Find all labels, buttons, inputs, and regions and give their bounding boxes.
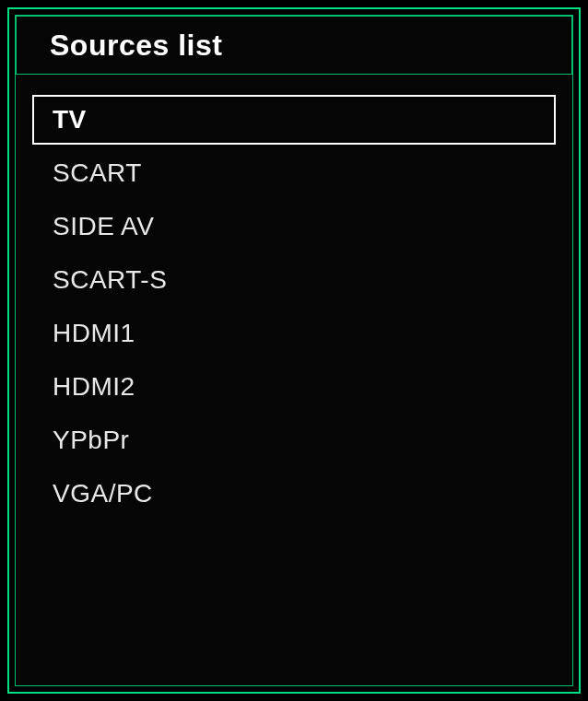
title-bar: Sources list bbox=[16, 16, 572, 75]
source-label: HDMI2 bbox=[53, 372, 135, 402]
source-label: SIDE AV bbox=[53, 212, 154, 241]
source-label: SCART-S bbox=[53, 265, 167, 295]
source-label: HDMI1 bbox=[53, 319, 135, 348]
source-label: YPbPr bbox=[53, 426, 129, 455]
source-item-vga-pc[interactable]: VGA/PC bbox=[32, 469, 556, 519]
source-label: SCART bbox=[53, 158, 142, 188]
source-item-side-av[interactable]: SIDE AV bbox=[32, 202, 556, 251]
source-label: TV bbox=[53, 105, 87, 134]
outer-frame: Sources list TV SCART SIDE AV SCART-S HD… bbox=[7, 7, 581, 694]
source-item-hdmi2[interactable]: HDMI2 bbox=[32, 362, 556, 412]
inner-frame: Sources list TV SCART SIDE AV SCART-S HD… bbox=[15, 15, 573, 686]
source-item-tv[interactable]: TV bbox=[32, 95, 556, 145]
source-item-hdmi1[interactable]: HDMI1 bbox=[32, 309, 556, 358]
source-item-ypbpr[interactable]: YPbPr bbox=[32, 415, 556, 465]
source-item-scart-s[interactable]: SCART-S bbox=[32, 255, 556, 305]
source-label: VGA/PC bbox=[53, 479, 153, 508]
source-item-scart[interactable]: SCART bbox=[32, 148, 556, 198]
page-title: Sources list bbox=[50, 29, 222, 63]
sources-list: TV SCART SIDE AV SCART-S HDMI1 HDMI2 YPb… bbox=[32, 95, 556, 522]
